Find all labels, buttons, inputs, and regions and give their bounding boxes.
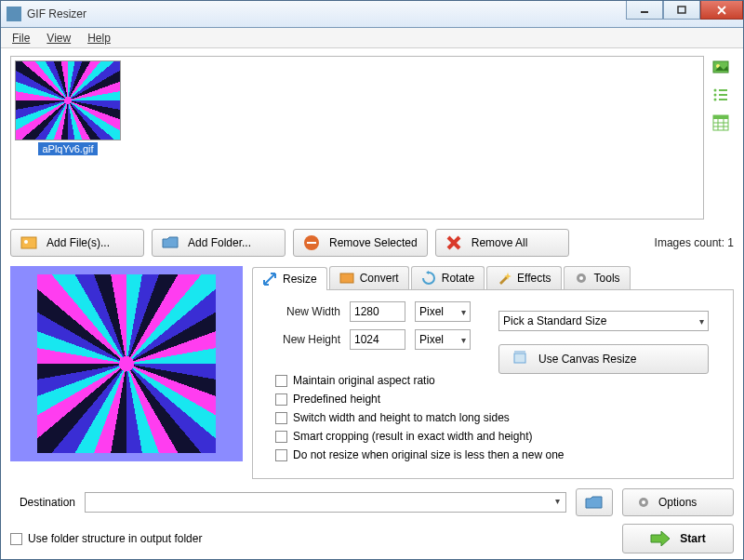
destination-select[interactable]: [85, 492, 566, 513]
switch-sides-label: Switch width and height to match long si…: [293, 411, 510, 424]
app-icon: [7, 7, 21, 21]
new-height-label: New Height: [266, 333, 340, 346]
svg-point-30: [642, 500, 645, 504]
svg-rect-27: [514, 353, 525, 363]
close-button[interactable]: [700, 1, 743, 20]
add-folder-label: Add Folder...: [188, 236, 251, 249]
svg-rect-24: [340, 273, 353, 283]
tab-rotate-label: Rotate: [442, 272, 474, 285]
remove-all-button[interactable]: Remove All: [435, 229, 569, 257]
image-add-icon: [20, 234, 37, 251]
folder-icon: [162, 234, 179, 251]
effects-icon: [497, 271, 512, 286]
images-count: Images count: 1: [655, 236, 734, 249]
new-height-input[interactable]: [350, 329, 405, 350]
preview-pane: [10, 266, 243, 461]
start-button[interactable]: Start: [622, 524, 734, 553]
view-list-icon[interactable]: [710, 84, 732, 106]
use-folder-structure-checkbox[interactable]: [10, 533, 22, 545]
canvas-resize-label: Use Canvas Resize: [538, 353, 636, 366]
menubar: File View Help: [1, 28, 743, 48]
svg-point-26: [579, 276, 583, 280]
start-label: Start: [680, 532, 705, 545]
svg-rect-21: [307, 242, 316, 244]
options-label: Options: [658, 496, 697, 509]
no-resize-smaller-checkbox[interactable]: [275, 449, 287, 461]
gear-icon: [574, 271, 589, 286]
svg-point-7: [714, 94, 717, 97]
thumbnail-filename: aPlqYv6.gif: [38, 142, 97, 155]
no-resize-smaller-label: Do not resize when original size is less…: [293, 448, 565, 461]
gear-icon: [636, 495, 651, 510]
width-unit-select[interactable]: Pixel: [415, 301, 471, 322]
resize-panel: New Width Pixel New Height Pixel Pick a …: [252, 289, 734, 479]
maximize-button[interactable]: [663, 1, 700, 20]
svg-rect-12: [713, 115, 728, 119]
window-controls: [626, 1, 743, 27]
image-list[interactable]: aPlqYv6.gif: [10, 56, 704, 220]
add-files-label: Add File(s)...: [46, 236, 110, 249]
canvas-resize-button[interactable]: Use Canvas Resize: [498, 344, 709, 374]
new-width-input[interactable]: [350, 301, 405, 322]
smart-cropping-label: Smart cropping (result in exact width an…: [293, 430, 532, 443]
start-arrow-icon: [650, 531, 671, 546]
tab-effects[interactable]: Effects: [486, 266, 561, 289]
remove-icon: [303, 234, 320, 251]
svg-point-6: [714, 89, 717, 92]
maintain-ratio-label: Maintain original aspect ratio: [293, 374, 435, 387]
destination-label: Destination: [10, 496, 75, 509]
minimize-button[interactable]: [626, 1, 663, 20]
resize-icon: [262, 272, 277, 287]
titlebar: GIF Resizer: [1, 1, 743, 28]
remove-all-icon: [445, 234, 462, 251]
new-width-label: New Width: [266, 305, 340, 318]
folder-open-icon: [585, 494, 604, 511]
remove-selected-button[interactable]: Remove Selected: [293, 229, 428, 257]
remove-selected-label: Remove Selected: [329, 236, 418, 249]
svg-point-8: [714, 99, 717, 101]
svg-rect-18: [21, 237, 36, 248]
menu-file[interactable]: File: [5, 30, 37, 47]
list-item[interactable]: aPlqYv6.gif: [15, 60, 121, 155]
use-folder-structure-label: Use folder structure in output folder: [28, 532, 202, 545]
tab-convert[interactable]: Convert: [329, 266, 409, 289]
remove-all-label: Remove All: [472, 236, 528, 249]
tab-convert-label: Convert: [360, 272, 399, 285]
height-unit-select[interactable]: Pixel: [415, 329, 471, 350]
tab-tools[interactable]: Tools: [564, 266, 631, 289]
add-folder-button[interactable]: Add Folder...: [152, 229, 286, 257]
canvas-icon: [512, 350, 529, 369]
svg-point-19: [24, 240, 28, 244]
tab-rotate[interactable]: Rotate: [411, 266, 485, 289]
predefined-height-checkbox[interactable]: [275, 393, 287, 406]
convert-icon: [339, 271, 354, 286]
menu-help[interactable]: Help: [80, 30, 118, 47]
tab-tools-label: Tools: [594, 272, 620, 285]
browse-destination-button[interactable]: [576, 488, 613, 516]
window-title: GIF Resizer: [27, 7, 626, 20]
standard-size-select[interactable]: Pick a Standard Size: [498, 311, 709, 331]
smart-cropping-checkbox[interactable]: [275, 431, 287, 443]
add-files-button[interactable]: Add File(s)...: [10, 229, 144, 257]
view-thumbnails-icon[interactable]: [710, 56, 732, 78]
predefined-height-label: Predefined height: [293, 393, 380, 406]
tab-effects-label: Effects: [517, 272, 551, 285]
tab-resize[interactable]: Resize: [252, 267, 327, 290]
svg-rect-1: [678, 7, 685, 13]
preview-image: [37, 274, 216, 453]
maintain-ratio-checkbox[interactable]: [275, 375, 287, 387]
view-grid-icon[interactable]: [710, 112, 732, 134]
tab-resize-label: Resize: [283, 273, 317, 286]
options-button[interactable]: Options: [622, 488, 734, 516]
menu-view[interactable]: View: [39, 30, 78, 47]
thumbnail-image: [15, 60, 121, 140]
rotate-icon: [421, 271, 436, 286]
switch-sides-checkbox[interactable]: [275, 412, 287, 424]
